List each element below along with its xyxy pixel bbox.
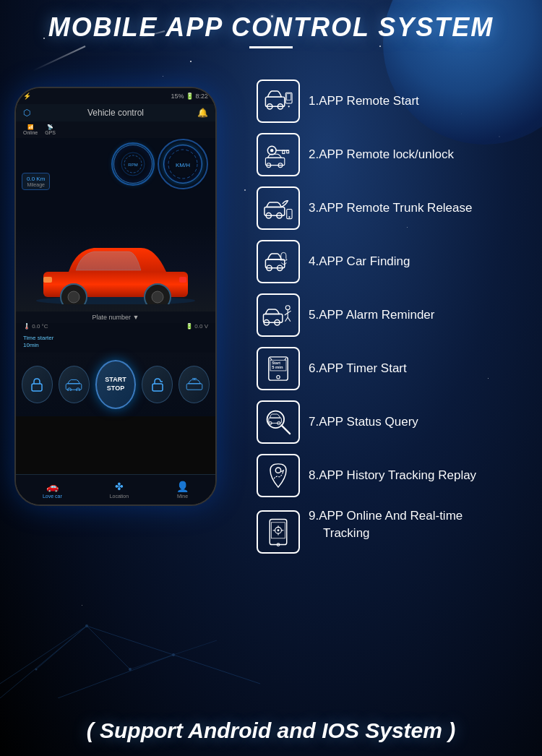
svg-rect-29	[287, 94, 291, 100]
nav-location[interactable]: ✤ Location	[110, 481, 129, 499]
phone-statusbar: ⚡ 15% 🔋 8:22	[16, 88, 215, 104]
feature-label-4: 4.APP Car Finding	[309, 254, 410, 269]
nav-love-car[interactable]: 🚗 Love car	[43, 481, 62, 499]
gps-stat: 📡 GPS	[45, 124, 56, 135]
feature-label-2: 2.APP Remote lock/unlock	[309, 147, 454, 162]
svg-text:Start: Start	[272, 361, 280, 365]
svg-rect-20	[152, 384, 163, 391]
gps-label: GPS	[45, 130, 56, 135]
notification-icon: 🔔	[197, 108, 208, 118]
svg-point-1	[124, 155, 142, 173]
svg-rect-16	[32, 384, 42, 391]
nav-mine[interactable]: 👤 Mine	[176, 481, 189, 499]
timer-label: Time starter 10min	[23, 335, 53, 350]
feature-icon-9	[257, 510, 300, 554]
nav-love-car-label: Love car	[43, 494, 62, 499]
svg-rect-64	[269, 418, 282, 423]
phone-bottom-nav: 🚗 Love car ✤ Location 👤 Mine	[16, 474, 215, 504]
title-underline	[249, 46, 293, 48]
svg-line-61	[285, 358, 286, 360]
svg-line-77	[0, 626, 87, 684]
plate-label: Plate number ▼	[93, 314, 139, 321]
feature-icon-4	[257, 240, 300, 283]
svg-text:5 min: 5 min	[272, 365, 283, 369]
svg-point-85	[85, 624, 88, 627]
gps-icon: 📡	[47, 124, 53, 130]
bluetooth-icon: ⚡	[23, 93, 31, 100]
trunk-button[interactable]	[178, 366, 210, 403]
start-stop-label: START STOP	[105, 376, 126, 392]
svg-rect-21	[186, 384, 202, 390]
plate-area: Plate number ▼	[16, 312, 215, 323]
svg-line-63	[281, 425, 290, 434]
svg-point-11	[152, 291, 163, 303]
car-display	[16, 225, 215, 312]
feature-label-9: 9.APP Online And Real-time	[309, 507, 463, 525]
mileage-value: 0.0 Km	[27, 176, 45, 182]
feature-item-1: 1.APP Remote Start	[257, 80, 531, 123]
svg-point-6	[36, 296, 195, 304]
mileage-label: Mileage	[27, 182, 45, 187]
feature-item-7: 7.APP Status Query	[257, 400, 531, 444]
svg-text:RPM: RPM	[128, 163, 137, 167]
support-text: ( Support Android and IOS System )	[87, 718, 456, 742]
feature-label-6: 6.APP Timer Start	[309, 361, 407, 376]
vehicle-control-label: Vehicle control	[87, 108, 144, 118]
temp-volt: 🌡️ 0.0 °C 🔋 0.0 V	[16, 323, 215, 332]
car-icon-button[interactable]	[59, 366, 90, 403]
unlock-button[interactable]	[142, 366, 173, 403]
feature-icon-8	[257, 454, 300, 497]
svg-line-54	[288, 317, 291, 322]
feature-item-3: 3.APP Remote Trunk Release	[257, 186, 531, 230]
svg-line-52	[288, 311, 291, 313]
svg-rect-68	[270, 519, 286, 544]
phone-stats: 📶 Online 📡 GPS	[16, 121, 215, 138]
svg-point-42	[288, 216, 290, 218]
phone-header: ⬡ Vehicle control 🔔	[16, 104, 215, 121]
svg-rect-24	[265, 97, 284, 106]
phone-frame: ⚡ 15% 🔋 8:22 ⬡ Vehicle control 🔔 📶 Onlin…	[14, 87, 217, 506]
feature-item-2: 2.APP Remote lock/unlock	[257, 133, 531, 176]
feature-icon-1	[257, 80, 300, 123]
nav-car-icon: 🚗	[46, 481, 59, 492]
features-list: 1.APP Remote Start 2.APP	[257, 80, 531, 564]
lock-button[interactable]	[22, 366, 53, 403]
nav-mine-icon: 👤	[176, 481, 189, 492]
footer: ( Support Android and IOS System )	[0, 718, 542, 743]
svg-line-78	[87, 626, 173, 655]
feature-icon-3	[257, 186, 300, 230]
phone-screen: ⚡ 15% 🔋 8:22 ⬡ Vehicle control 🔔 📶 Onlin…	[16, 88, 215, 504]
feature-icon-2	[257, 133, 300, 176]
signal-icon: 📶	[27, 124, 34, 130]
header: MOBILE APP CONTROL SYSTEM	[0, 13, 542, 48]
speedo-left: RPM	[111, 142, 155, 186]
svg-text:KM/H: KM/H	[176, 162, 190, 168]
svg-line-51	[285, 313, 288, 315]
svg-point-88	[35, 669, 38, 671]
dashboard: 0.0 Km Mileage RPM	[16, 138, 215, 225]
svg-line-60	[270, 358, 272, 360]
online-stat: 📶 Online	[23, 124, 38, 135]
feature-icon-7	[257, 400, 300, 444]
geo-decoration	[0, 554, 542, 698]
nav-location-label: Location	[110, 494, 129, 499]
svg-line-83	[173, 655, 260, 684]
svg-point-4	[168, 150, 197, 179]
feature-label-8: 8.APP History Tracking Replay	[309, 468, 476, 483]
svg-line-53	[285, 317, 288, 322]
battery-status: 15% 🔋 8:22	[171, 93, 208, 100]
svg-point-31	[270, 149, 273, 152]
svg-rect-14	[43, 277, 52, 283]
keys-area: START STOP	[16, 353, 215, 416]
svg-point-87	[129, 668, 132, 671]
svg-line-79	[58, 655, 173, 698]
feature-item-8: 8.APP History Tracking Replay	[257, 454, 531, 497]
svg-point-86	[172, 653, 175, 656]
start-stop-button[interactable]: START STOP	[95, 360, 136, 409]
online-label: Online	[23, 130, 38, 135]
svg-point-49	[285, 306, 290, 310]
feature-label-9b: Tracking	[309, 525, 463, 542]
timer-area: Time starter 10min	[16, 332, 215, 353]
feature-item-4: 4.APP Car Finding	[257, 240, 531, 283]
feature-icon-5	[257, 293, 300, 337]
